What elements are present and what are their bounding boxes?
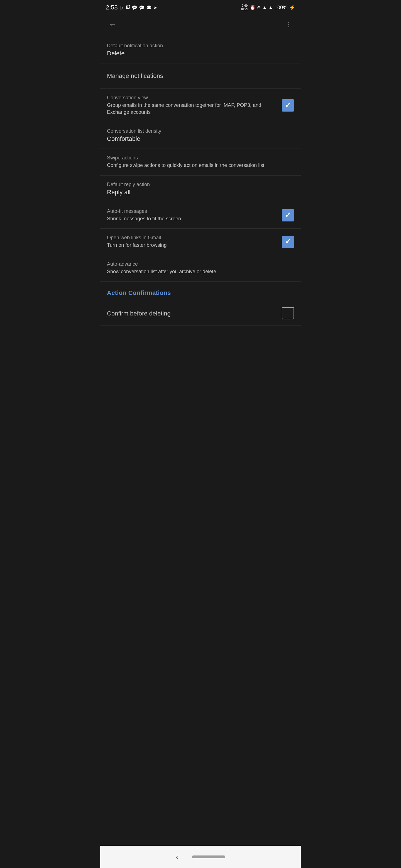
setting-open-web-links[interactable]: Open web links in Gmail Turn on for fast… — [100, 229, 301, 255]
checkmark-open-web-links: ✓ — [285, 237, 291, 246]
setting-desc-swipe-actions: Configure swipe actions to quickly act o… — [107, 162, 290, 169]
checkmark-auto-fit: ✓ — [285, 211, 291, 219]
setting-desc-conversation-view: Group emails in the same conversation to… — [107, 102, 277, 116]
wifi-icon: ▲ — [262, 5, 267, 10]
setting-text-auto-fit: Auto-fit messages Shrink messages to fit… — [107, 208, 282, 222]
setting-default-notification-action[interactable]: Default notification action Delete — [100, 37, 301, 63]
signal-icon: ▲ — [268, 5, 273, 10]
alarm-icon: ⏰ — [250, 5, 255, 10]
settings-list: Default notification action Delete Manag… — [100, 34, 301, 326]
checkmark-conversation-view: ✓ — [285, 101, 291, 110]
setting-auto-fit-messages[interactable]: Auto-fit messages Shrink messages to fit… — [100, 202, 301, 229]
setting-text-default-reply: Default reply action Reply all — [107, 182, 294, 196]
setting-confirm-before-deleting[interactable]: Confirm before deleting — [100, 301, 301, 326]
more-icon: ⋮ — [285, 21, 292, 28]
setting-desc-auto-fit: Shrink messages to fit the screen — [107, 215, 277, 222]
network-speed: 2.69 KB/S — [241, 4, 248, 11]
setting-swipe-actions[interactable]: Swipe actions Configure swipe actions to… — [100, 149, 301, 175]
setting-conversation-list-density[interactable]: Conversation list density Comfortable — [100, 122, 301, 149]
setting-label-confirm-delete: Confirm before deleting — [107, 309, 277, 318]
media-icon: ▷ — [121, 5, 124, 10]
battery-icon: ⚡ — [289, 4, 295, 10]
setting-desc-auto-advance: Show conversation list after you archive… — [107, 268, 290, 275]
checkbox-open-web-links[interactable]: ✓ — [282, 236, 294, 248]
setting-label-default-notification: Default notification action — [107, 43, 290, 49]
setting-label-auto-advance: Auto-advance — [107, 261, 290, 267]
status-left: 2:58 ▷ 🖼 💬 💬 💬 ➤ — [106, 4, 241, 11]
message2-icon: 💬 — [139, 5, 145, 10]
back-arrow-icon: ← — [109, 20, 116, 29]
photo-icon: 🖼 — [125, 5, 130, 10]
status-icons-left: ▷ 🖼 💬 💬 💬 ➤ — [121, 5, 157, 10]
setting-label-open-web-links: Open web links in Gmail — [107, 235, 277, 241]
setting-label-auto-fit: Auto-fit messages — [107, 208, 277, 214]
section-header-action-confirmations: Action Confirmations — [100, 282, 301, 301]
back-button[interactable]: ← — [106, 18, 119, 31]
checkbox-auto-fit[interactable]: ✓ — [282, 209, 294, 221]
setting-label-swipe-actions: Swipe actions — [107, 155, 290, 161]
setting-text-swipe-actions: Swipe actions Configure swipe actions to… — [107, 155, 294, 169]
setting-label-conversation-density: Conversation list density — [107, 128, 290, 134]
setting-label-default-reply: Default reply action — [107, 182, 290, 187]
battery-percent: 100% — [275, 5, 287, 10]
status-time: 2:58 — [106, 4, 118, 11]
setting-auto-advance[interactable]: Auto-advance Show conversation list afte… — [100, 255, 301, 282]
setting-text-conversation-density: Conversation list density Comfortable — [107, 128, 294, 143]
dnd-icon: ⊖ — [257, 5, 261, 10]
checkbox-conversation-view[interactable]: ✓ — [282, 99, 294, 112]
setting-label-conversation-view: Conversation view — [107, 95, 277, 101]
setting-desc-open-web-links: Turn on for faster browsing — [107, 242, 277, 249]
checkbox-confirm-delete[interactable] — [282, 307, 294, 319]
setting-text-default-notification: Default notification action Delete — [107, 43, 294, 57]
setting-default-reply-action[interactable]: Default reply action Reply all — [100, 176, 301, 202]
setting-text-auto-advance: Auto-advance Show conversation list afte… — [107, 261, 294, 275]
status-bar: 2:58 ▷ 🖼 💬 💬 💬 ➤ 2.69 KB/S ⏰ ⊖ ▲ ▲ 100% … — [100, 0, 301, 14]
more-button[interactable]: ⋮ — [282, 18, 295, 31]
status-right: 2.69 KB/S ⏰ ⊖ ▲ ▲ 100% ⚡ — [241, 4, 295, 11]
setting-value-conversation-density: Comfortable — [107, 135, 290, 143]
setting-text-conversation-view: Conversation view Group emails in the sa… — [107, 95, 282, 116]
setting-value-default-notification: Delete — [107, 50, 290, 57]
setting-manage-notifications[interactable]: Manage notifications — [100, 63, 301, 89]
setting-text-open-web-links: Open web links in Gmail Turn on for fast… — [107, 235, 282, 249]
message3-icon: 💬 — [146, 5, 152, 10]
send-icon: ➤ — [153, 5, 157, 10]
setting-text-confirm-delete: Confirm before deleting — [107, 309, 282, 318]
message-icon: 💬 — [132, 5, 137, 10]
app-bar: ← ⋮ — [100, 14, 301, 34]
setting-value-default-reply: Reply all — [107, 189, 290, 196]
setting-conversation-view[interactable]: Conversation view Group emails in the sa… — [100, 89, 301, 122]
setting-label-manage-notifications: Manage notifications — [107, 72, 163, 80]
